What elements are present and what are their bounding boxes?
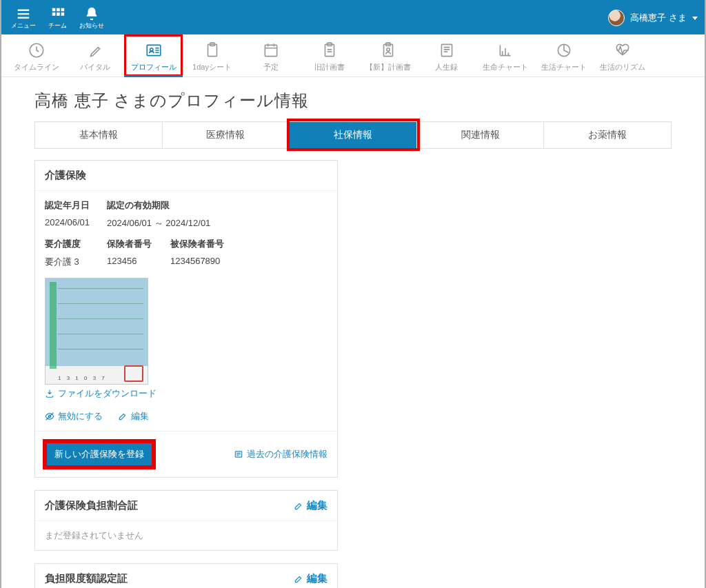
avatar (608, 10, 625, 26)
nav-plan-old[interactable]: 旧計画書 (300, 34, 359, 77)
cert-date-value: 2024/06/01 (45, 217, 107, 230)
burden-empty-text: まだ登録されていません (35, 521, 337, 550)
edit-icon (294, 574, 303, 584)
burden-card: 介護保険負担割合証 編集 まだ登録されていません (34, 490, 338, 551)
calendar-icon (262, 41, 280, 59)
svg-rect-0 (18, 9, 30, 10)
clipboard-text-icon (321, 41, 339, 59)
top-bar: メニュー チーム お知らせ 高橋恵子 さま (1, 0, 705, 34)
edit-icon (118, 412, 128, 421)
download-icon (45, 389, 54, 398)
svg-rect-20 (441, 44, 452, 56)
svg-rect-1 (18, 13, 30, 14)
stamp-icon (124, 365, 143, 382)
burden-card-title: 介護保険負担割合証 (45, 499, 138, 512)
edit-burden-link[interactable]: 編集 (294, 499, 327, 512)
nav-plan-new[interactable]: 【新】計画書 (359, 34, 417, 77)
notice-button[interactable]: お知らせ (79, 6, 104, 30)
insurance-card: 介護保険 認定年月日 認定の有効期限 2024/06/01 2024/06/01… (34, 160, 338, 478)
tab-basic[interactable]: 基本情報 (34, 121, 163, 148)
new-insurance-button[interactable]: 新しい介護保険を登録 (45, 441, 154, 467)
limit-card: 負担限度額認定証 編集 (34, 563, 338, 588)
nav-oneday[interactable]: 1dayシート (183, 34, 241, 77)
grid-icon (50, 6, 65, 21)
valid-label: 認定の有効期限 (107, 199, 327, 212)
past-insurance-link[interactable]: 過去の介護保険情報 (234, 448, 327, 460)
bell-icon (84, 6, 99, 21)
tab-medical[interactable]: 医療情報 (163, 121, 290, 148)
eye-slash-icon (45, 412, 54, 421)
nav-timeline[interactable]: タイムライン (7, 34, 65, 77)
svg-rect-3 (52, 8, 55, 11)
svg-rect-6 (52, 12, 55, 16)
insurance-card-title: 介護保険 (35, 161, 337, 191)
svg-point-19 (386, 48, 389, 51)
clipboard-icon (203, 41, 221, 59)
heartbeat-icon (614, 41, 632, 59)
list-icon (234, 449, 243, 459)
svg-rect-14 (265, 45, 276, 56)
nav-rhythm[interactable]: 生活のリズム (593, 34, 652, 77)
valid-value: 2024/06/01 ～ 2024/12/01 (107, 217, 327, 230)
menu-button[interactable]: メニュー (11, 6, 36, 30)
limit-card-title: 負担限度額認定証 (45, 572, 128, 585)
svg-rect-8 (61, 12, 64, 16)
document-thumbnail[interactable]: 1 3 1 0 3 7 (45, 278, 148, 385)
edit-limit-link[interactable]: 編集 (294, 572, 327, 585)
nav-profile[interactable]: プロフィール (124, 34, 183, 77)
svg-rect-7 (57, 12, 60, 16)
book-icon (438, 41, 456, 59)
level-value: 要介護 3 (45, 256, 107, 268)
chevron-down-icon (692, 17, 698, 20)
download-file-link[interactable]: ファイルをダウンロード (45, 387, 157, 400)
insurer-label: 保険者番号 (107, 238, 170, 250)
insurer-value: 123456 (107, 256, 170, 268)
edit-icon (294, 501, 303, 511)
tab-medicine[interactable]: お薬情報 (544, 121, 672, 148)
svg-rect-2 (18, 17, 30, 18)
menu-icon (16, 6, 31, 21)
insured-value: 1234567890 (170, 256, 327, 268)
thermometer-icon (86, 41, 104, 59)
id-card-icon (145, 41, 163, 59)
clock-icon (28, 41, 46, 59)
nav-schedule[interactable]: 予定 (241, 34, 300, 77)
tab-shaho[interactable]: 社保情報 (290, 121, 417, 148)
sub-nav: タイムライン バイタル プロフィール 1dayシート 予定 旧計画書 【新】計画… (1, 34, 705, 77)
level-label: 要介護度 (45, 238, 107, 250)
svg-rect-5 (61, 8, 64, 11)
nav-vital[interactable]: バイタル (65, 34, 124, 77)
nav-activity-chart[interactable]: 生活チャート (534, 34, 593, 77)
svg-rect-4 (57, 8, 60, 11)
clipboard-user-icon (379, 41, 397, 59)
insured-label: 被保険者番号 (170, 238, 327, 250)
team-button[interactable]: チーム (48, 6, 67, 30)
disable-link[interactable]: 無効にする (45, 410, 103, 423)
nav-life-record[interactable]: 人生録 (417, 34, 476, 77)
tab-related[interactable]: 関連情報 (417, 121, 545, 148)
cert-date-label: 認定年月日 (45, 199, 107, 212)
nav-life-chart[interactable]: 生命チャート (476, 34, 534, 77)
svg-point-11 (150, 48, 152, 51)
page-title: 高橋 恵子 さまのプロフィール情報 (34, 90, 672, 112)
user-menu[interactable]: 高橋恵子 さま (608, 10, 698, 26)
profile-tabs: 基本情報 医療情報 社保情報 関連情報 お薬情報 (34, 121, 672, 149)
edit-insurance-link[interactable]: 編集 (118, 410, 149, 423)
bar-chart-icon (496, 41, 514, 59)
pie-chart-icon (555, 41, 573, 59)
